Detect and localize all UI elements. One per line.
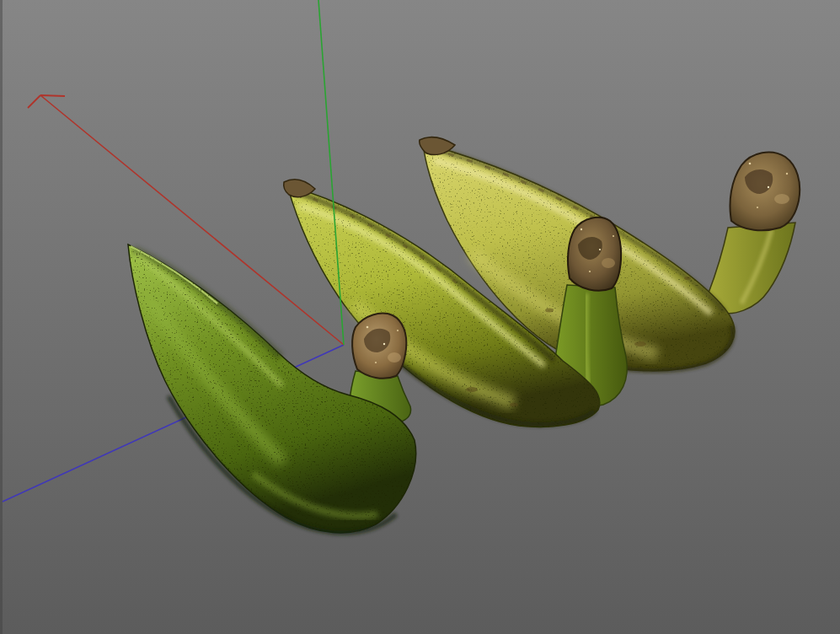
viewport-canvas[interactable] bbox=[0, 0, 840, 634]
viewport-left-edge bbox=[0, 0, 3, 634]
viewport[interactable] bbox=[0, 0, 840, 634]
